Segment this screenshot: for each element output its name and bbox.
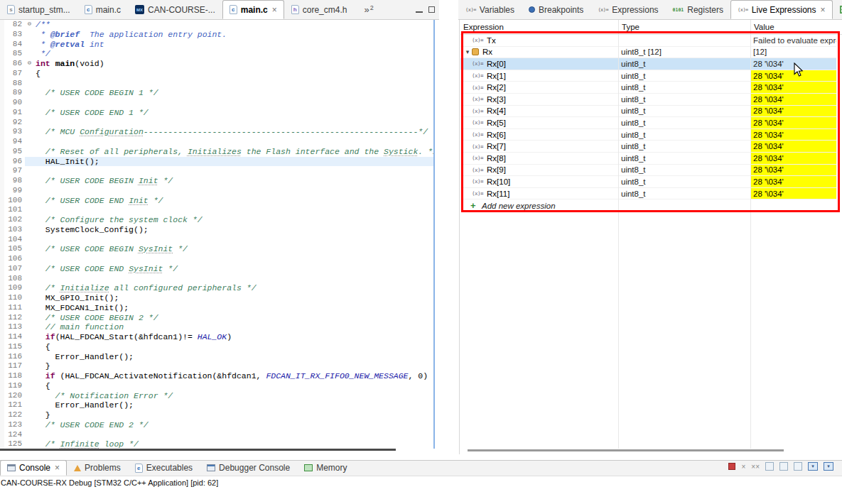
expression-row[interactable]: (x)=Rx[10]uint8_t28 '\034': [460, 176, 836, 188]
code-text[interactable]: }: [34, 361, 435, 371]
expression-row[interactable]: ▾Rxuint8_t [12][12]: [460, 47, 836, 59]
close-icon[interactable]: ×: [272, 6, 277, 14]
panel-horizontal-scrollbar[interactable]: [468, 449, 784, 451]
line-number[interactable]: 88: [4, 79, 25, 89]
column-divider[interactable]: [618, 35, 619, 449]
line-number[interactable]: 107: [4, 264, 25, 274]
editor-tab-startup-stm[interactable]: sstartup_stm...: [0, 0, 77, 19]
console-tab-executables[interactable]: eExecutables: [128, 460, 200, 476]
line-number[interactable]: 89: [4, 88, 25, 98]
code-text[interactable]: Error_Handler();: [34, 352, 435, 362]
code-text[interactable]: /* USER CODE BEGIN SysInit */: [34, 244, 435, 254]
code-text[interactable]: [34, 166, 435, 176]
code-text[interactable]: /* USER CODE END 2 */: [34, 420, 435, 430]
line-number[interactable]: 100: [4, 196, 25, 206]
line-number[interactable]: 96: [4, 157, 25, 167]
editor-tab-core-cm4-h[interactable]: hcore_cm4.h: [284, 0, 355, 19]
line-number[interactable]: 101: [4, 205, 25, 215]
line-number[interactable]: 118: [4, 371, 25, 381]
code-text[interactable]: /* Reset of all peripherals, Initializes…: [34, 147, 435, 157]
line-number[interactable]: 92: [4, 118, 25, 128]
line-number[interactable]: 98: [4, 176, 25, 186]
console-tab-console[interactable]: Console×: [0, 460, 67, 476]
line-number[interactable]: 82: [4, 20, 25, 30]
line-number[interactable]: 122: [4, 410, 25, 420]
view-tab-registers[interactable]: 0101Registers: [666, 0, 730, 19]
column-divider[interactable]: [750, 35, 751, 449]
code-text[interactable]: if(HAL_FDCAN_Start(&hfdcan1)!= HAL_OK): [34, 332, 435, 342]
maximize-icon[interactable]: [428, 6, 435, 13]
column-header-value[interactable]: Value: [750, 20, 842, 34]
line-number[interactable]: 106: [4, 254, 25, 264]
code-text[interactable]: [34, 118, 435, 128]
close-icon[interactable]: ×: [55, 464, 60, 472]
code-text[interactable]: {: [34, 69, 435, 79]
line-number[interactable]: 87: [4, 69, 25, 79]
editor-horizontal-scrollbar[interactable]: [0, 449, 396, 451]
expression-row[interactable]: (x)=Rx[2]uint8_t28 '\034': [460, 82, 836, 94]
line-number[interactable]: 121: [4, 400, 25, 410]
line-number[interactable]: 105: [4, 244, 25, 254]
line-number[interactable]: 95: [4, 147, 25, 157]
column-header-expression[interactable]: Expression: [460, 20, 618, 34]
expression-row[interactable]: (x)=Rx[7]uint8_t28 '\034': [460, 141, 836, 153]
line-number[interactable]: 113: [4, 322, 25, 332]
expression-row[interactable]: (x)=Rx[4]uint8_t28 '\034': [460, 106, 836, 118]
code-text[interactable]: /* Infinite loop */: [34, 439, 435, 449]
expression-row[interactable]: (x)=Rx[1]uint8_t28 '\034': [460, 70, 836, 82]
display-selected-console-icon[interactable]: ▾: [808, 462, 818, 471]
line-number[interactable]: 124: [4, 430, 25, 440]
scroll-lock-icon[interactable]: [779, 462, 788, 471]
code-text[interactable]: * @brief The application entry point.: [34, 30, 435, 40]
code-text[interactable]: // main function: [34, 322, 435, 332]
line-number[interactable]: 104: [4, 235, 25, 245]
console-tab-debugger-console[interactable]: Debugger Console: [200, 460, 297, 476]
code-text[interactable]: MX_FDCAN1_Init();: [34, 303, 435, 313]
editor-tab-main-c[interactable]: cmain.c: [77, 0, 128, 19]
line-number[interactable]: 86: [4, 59, 25, 69]
remove-launch-icon[interactable]: ×: [741, 463, 745, 471]
line-number[interactable]: 109: [4, 283, 25, 293]
expression-row[interactable]: (x)=Rx[5]uint8_t28 '\034': [460, 117, 836, 129]
add-expression-row[interactable]: Add new expression: [460, 199, 836, 212]
code-text[interactable]: */: [34, 49, 435, 59]
code-text[interactable]: /**: [34, 20, 435, 30]
line-number[interactable]: 93: [4, 127, 25, 137]
line-number[interactable]: 102: [4, 215, 25, 225]
code-text[interactable]: /* Initialize all configured peripherals…: [34, 283, 435, 293]
column-header-type[interactable]: Type: [618, 20, 750, 34]
remove-all-launches-icon[interactable]: ××: [751, 463, 760, 471]
fold-collapse-icon[interactable]: ⊖: [25, 20, 34, 30]
code-text[interactable]: [34, 274, 435, 284]
code-text[interactable]: [34, 186, 435, 196]
line-number[interactable]: 111: [4, 303, 25, 313]
code-text[interactable]: /* USER CODE BEGIN Init */: [34, 176, 435, 186]
code-text[interactable]: /* USER CODE BEGIN 2 */: [34, 313, 435, 323]
line-number[interactable]: 108: [4, 274, 25, 284]
code-text[interactable]: [34, 137, 435, 147]
code-text[interactable]: * @retval int: [34, 40, 435, 50]
code-text[interactable]: Error_Handler();: [34, 400, 435, 410]
code-text[interactable]: if (HAL_FDCAN_ActivateNotification(&hfdc…: [34, 371, 435, 381]
line-number[interactable]: 115: [4, 342, 25, 352]
expression-row[interactable]: (x)=Rx[11]uint8_t28 '\034': [460, 188, 836, 200]
view-tab-breakpoints[interactable]: Breakpoints: [522, 0, 590, 19]
code-text[interactable]: /* USER CODE BEGIN 1 */: [34, 88, 435, 98]
code-text[interactable]: [34, 254, 435, 264]
code-text[interactable]: [34, 79, 435, 89]
terminate-icon[interactable]: [728, 463, 735, 470]
code-text[interactable]: HAL_Init();: [34, 157, 435, 167]
line-number[interactable]: 114: [4, 332, 25, 342]
line-number[interactable]: 125: [4, 439, 25, 449]
code-text[interactable]: [34, 430, 435, 440]
editor-tab-can-course[interactable]: MXCAN-COURSE-...: [128, 0, 222, 19]
editor-tab-main-c[interactable]: cmain.c×: [222, 0, 284, 19]
code-text[interactable]: }: [34, 410, 435, 420]
line-number[interactable]: 110: [4, 293, 25, 303]
code-text[interactable]: /* USER CODE END Init */: [34, 196, 435, 206]
pin-console-icon[interactable]: [794, 462, 802, 471]
line-number[interactable]: 99: [4, 186, 25, 196]
code-text[interactable]: SystemClock_Config();: [34, 225, 435, 235]
code-text[interactable]: int main(void): [34, 59, 435, 69]
show-hidden-tabs-button[interactable]: 2: [364, 0, 373, 19]
